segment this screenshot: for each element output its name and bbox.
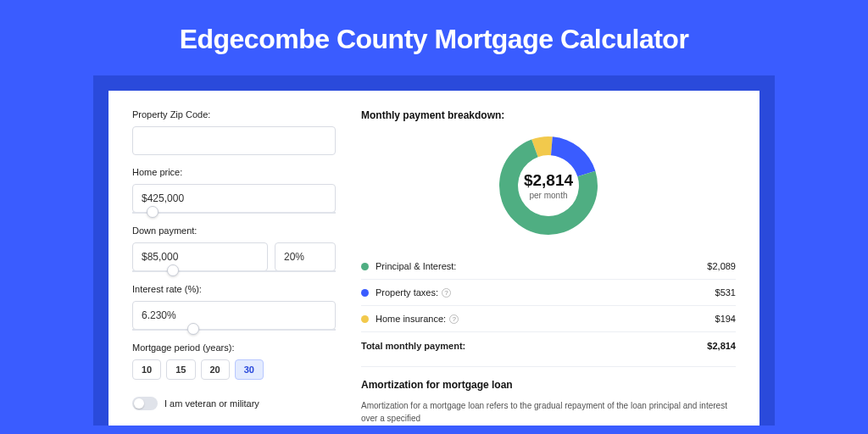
- amortization-section: Amortization for mortgage loan Amortizat…: [361, 366, 736, 425]
- legend-value: $531: [715, 287, 736, 298]
- legend-value: $194: [715, 314, 736, 324]
- legend-row: Principal & Interest:$2,089: [361, 253, 736, 279]
- period-btn-10[interactable]: 10: [132, 359, 161, 380]
- zip-label: Property Zip Code:: [132, 109, 336, 120]
- rate-slider[interactable]: [132, 329, 336, 331]
- amortization-text: Amortization for a mortgage loan refers …: [361, 399, 736, 425]
- downpayment-label: Down payment:: [132, 225, 336, 236]
- donut-center: $2,814 per month: [524, 171, 573, 200]
- legend-dot-icon: [361, 263, 369, 270]
- calculator-card-outer: Property Zip Code: Home price: Down paym…: [93, 75, 775, 426]
- legend-dot-icon: [361, 315, 369, 323]
- info-icon[interactable]: ?: [449, 314, 459, 324]
- period-btn-15[interactable]: 15: [166, 359, 195, 380]
- donut-sub: per month: [524, 191, 573, 200]
- inputs-column: Property Zip Code: Home price: Down paym…: [132, 109, 336, 426]
- total-value: $2,814: [707, 341, 736, 351]
- veteran-toggle[interactable]: [132, 397, 158, 410]
- period-field: Mortgage period (years): 10152030: [132, 342, 336, 380]
- rate-input[interactable]: [132, 301, 336, 330]
- period-options: 10152030: [132, 359, 336, 380]
- amortization-title: Amortization for mortgage loan: [361, 379, 736, 391]
- period-btn-30[interactable]: 30: [235, 359, 264, 380]
- downpayment-slider[interactable]: [132, 270, 336, 272]
- period-btn-20[interactable]: 20: [201, 359, 230, 380]
- calculator-card: Property Zip Code: Home price: Down paym…: [108, 91, 760, 426]
- legend-row: Home insurance:?$194: [361, 305, 736, 331]
- total-row: Total monthly payment: $2,814: [361, 331, 736, 359]
- period-label: Mortgage period (years):: [132, 342, 336, 353]
- legend-row: Property taxes:?$531: [361, 279, 736, 305]
- legend-value: $2,089: [707, 261, 736, 271]
- breakdown-column: Monthly payment breakdown: $2,814 per mo…: [361, 109, 736, 426]
- legend-label: Property taxes:: [376, 287, 438, 298]
- veteran-label: I am veteran or military: [164, 398, 259, 409]
- price-field: Home price:: [132, 167, 336, 214]
- price-label: Home price:: [132, 167, 336, 177]
- legend-label: Principal & Interest:: [376, 261, 456, 271]
- legend-label: Home insurance:: [376, 314, 446, 324]
- price-slider[interactable]: [132, 212, 336, 214]
- breakdown-title: Monthly payment breakdown:: [361, 109, 736, 121]
- donut-amount: $2,814: [524, 171, 573, 190]
- price-input[interactable]: [132, 184, 336, 213]
- total-label: Total monthly payment:: [361, 341, 465, 351]
- zip-input[interactable]: [132, 126, 336, 155]
- downpayment-percent-input[interactable]: [275, 242, 336, 271]
- veteran-row: I am veteran or military: [132, 397, 336, 410]
- zip-field: Property Zip Code:: [132, 109, 336, 155]
- legend-dot-icon: [361, 289, 369, 297]
- legend: Principal & Interest:$2,089Property taxe…: [361, 253, 736, 331]
- rate-slider-thumb[interactable]: [187, 323, 199, 335]
- info-icon[interactable]: ?: [442, 288, 451, 298]
- downpayment-amount-input[interactable]: [132, 242, 268, 271]
- downpayment-field: Down payment:: [132, 225, 336, 272]
- toggle-knob-icon: [134, 398, 144, 409]
- downpayment-slider-thumb[interactable]: [167, 264, 179, 276]
- rate-field: Interest rate (%):: [132, 284, 336, 331]
- rate-label: Interest rate (%):: [132, 284, 336, 294]
- page-title: Edgecombe County Mortgage Calculator: [0, 0, 868, 75]
- donut-chart: $2,814 per month: [361, 133, 736, 238]
- price-slider-thumb[interactable]: [147, 206, 159, 218]
